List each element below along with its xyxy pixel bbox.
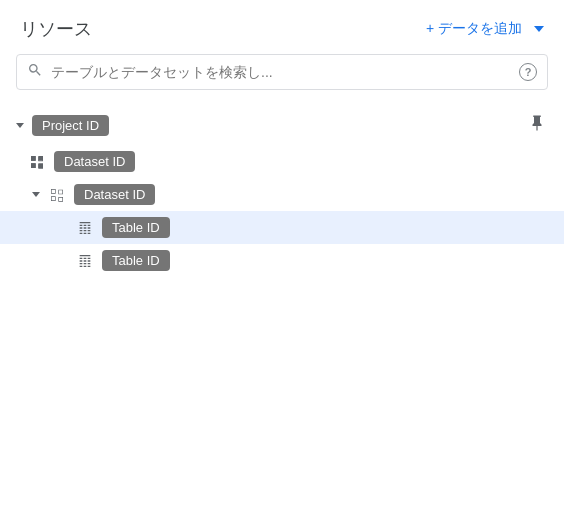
project-row[interactable]: Project ID bbox=[0, 106, 564, 145]
table2-row[interactable]: Table ID bbox=[0, 244, 564, 277]
table2-id-badge: Table ID bbox=[102, 250, 170, 271]
resource-tree: Project ID Dataset ID bbox=[0, 106, 564, 277]
search-icon bbox=[27, 62, 43, 82]
chevron-down-icon bbox=[16, 123, 24, 128]
project-id-badge: Project ID bbox=[32, 115, 109, 136]
dataset2-chevron[interactable] bbox=[28, 187, 44, 203]
dataset2-row[interactable]: Dataset ID bbox=[0, 178, 564, 211]
help-icon[interactable]: ? bbox=[519, 63, 537, 81]
dataset2-id-badge: Dataset ID bbox=[74, 184, 155, 205]
search-input[interactable] bbox=[51, 64, 519, 80]
search-bar: ? bbox=[16, 54, 548, 90]
panel-title: リソース bbox=[20, 17, 92, 41]
chevron-down-icon bbox=[32, 192, 40, 197]
dataset-grid-icon bbox=[28, 153, 46, 171]
header-actions: + データを追加 bbox=[420, 16, 544, 42]
project-chevron[interactable] bbox=[12, 118, 28, 134]
add-data-button[interactable]: + データを追加 bbox=[420, 16, 528, 42]
pin-icon[interactable] bbox=[526, 112, 548, 139]
dataset1-id-badge: Dataset ID bbox=[54, 151, 135, 172]
dataset2-grid-icon bbox=[48, 186, 66, 204]
resources-panel: リソース + データを追加 ? Project ID bbox=[0, 0, 564, 514]
table1-grid-icon bbox=[76, 219, 94, 237]
dataset1-row[interactable]: Dataset ID bbox=[0, 145, 564, 178]
table2-grid-icon bbox=[76, 252, 94, 270]
add-data-label: + データを追加 bbox=[426, 20, 522, 38]
table1-row[interactable]: Table ID bbox=[0, 211, 564, 244]
panel-header: リソース + データを追加 bbox=[0, 16, 564, 54]
dropdown-arrow-icon[interactable] bbox=[534, 26, 544, 32]
table1-id-badge: Table ID bbox=[102, 217, 170, 238]
